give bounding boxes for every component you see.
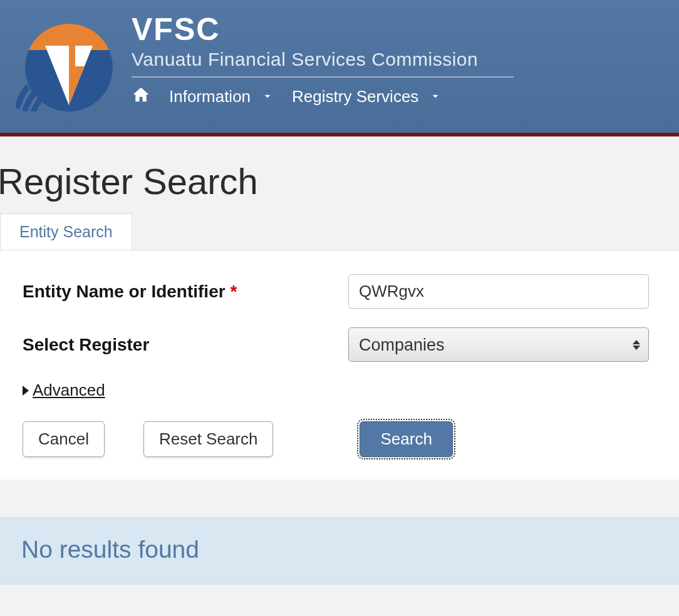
- logo-container: [0, 11, 132, 111]
- row-select-register: Select Register Companies: [23, 327, 656, 362]
- entity-name-input[interactable]: [348, 274, 649, 309]
- tab-list: Entity Search: [0, 213, 679, 250]
- header-content: VFSC Vanuatu Financial Services Commissi…: [132, 11, 679, 108]
- advanced-label: Advanced: [33, 381, 105, 400]
- entity-name-label-text: Entity Name or Identifier: [23, 282, 225, 301]
- select-register-wrap: Companies: [348, 327, 649, 362]
- chevron-down-icon: [430, 87, 441, 106]
- row-entity-name: Entity Name or Identifier *: [23, 274, 656, 309]
- triangle-right-icon: [23, 386, 29, 396]
- tab-entity-search[interactable]: Entity Search: [0, 213, 132, 250]
- nav-information-label: Information: [169, 87, 251, 106]
- home-icon: [132, 85, 150, 108]
- site-header: VFSC Vanuatu Financial Services Commissi…: [0, 0, 679, 133]
- brand-title: VFSC: [132, 11, 679, 48]
- no-results-message: No results found: [21, 536, 658, 563]
- nav-registry-services-label: Registry Services: [292, 87, 418, 106]
- required-indicator: *: [230, 282, 237, 301]
- select-register-input[interactable]: Companies: [348, 327, 649, 362]
- select-register-label: Select Register: [23, 335, 348, 355]
- main-content: Register Search Entity Search Entity Nam…: [0, 136, 679, 585]
- vfsc-logo-icon: [16, 11, 116, 111]
- search-button[interactable]: Search: [360, 421, 452, 457]
- cancel-button[interactable]: Cancel: [23, 421, 105, 457]
- results-bar: No results found: [0, 517, 679, 585]
- advanced-toggle[interactable]: Advanced: [23, 381, 656, 400]
- brand-tagline: Vanuatu Financial Services Commission: [132, 49, 679, 70]
- button-row: Cancel Reset Search Search: [23, 421, 656, 457]
- nav-information[interactable]: Information: [169, 87, 273, 106]
- nav-registry-services[interactable]: Registry Services: [292, 87, 441, 106]
- entity-name-label: Entity Name or Identifier *: [23, 282, 348, 302]
- main-nav: Information Registry Services: [132, 85, 679, 108]
- page-title: Register Search: [0, 160, 679, 202]
- header-divider: [132, 76, 514, 78]
- search-panel: Entity Name or Identifier * Select Regis…: [0, 250, 679, 480]
- chevron-down-icon: [262, 87, 273, 106]
- results-gap: [0, 480, 679, 517]
- reset-search-button[interactable]: Reset Search: [143, 421, 274, 457]
- nav-home[interactable]: [132, 85, 150, 108]
